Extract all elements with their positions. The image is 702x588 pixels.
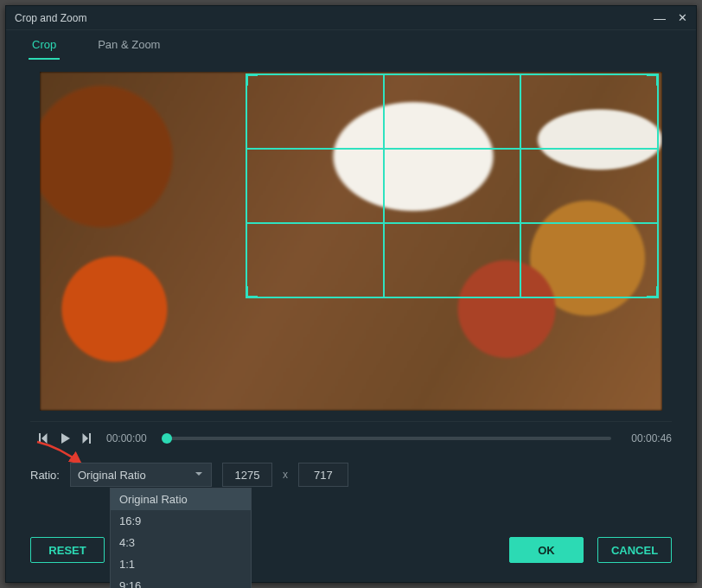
- ratio-label: Ratio:: [30, 469, 60, 482]
- ratio-option[interactable]: 16:9: [111, 510, 251, 532]
- time-total: 00:00:46: [623, 432, 672, 444]
- ratio-selected-value: Original Ratio: [78, 469, 146, 482]
- crop-and-zoom-window: Crop and Zoom — ✕ Crop Pan & Zoom: [5, 5, 697, 583]
- time-current: 00:00:00: [106, 432, 155, 444]
- window-controls: — ✕: [654, 12, 687, 24]
- height-input[interactable]: 717: [298, 463, 348, 487]
- tab-pan-zoom[interactable]: Pan & Zoom: [94, 31, 163, 60]
- seek-slider[interactable]: [167, 437, 611, 440]
- crop-selection[interactable]: [246, 74, 659, 298]
- video-preview[interactable]: [40, 72, 662, 411]
- crop-handle-bl[interactable]: [246, 286, 258, 298]
- ok-button[interactable]: OK: [509, 537, 584, 563]
- crop-handle-tr[interactable]: [647, 74, 659, 86]
- ratio-row: Ratio: Original Ratio 1275 x 717: [30, 463, 672, 487]
- playback-bar: 00:00:00 00:00:46: [30, 421, 672, 454]
- dimension-separator: x: [283, 469, 288, 481]
- minimize-icon[interactable]: —: [654, 12, 666, 24]
- titlebar: Crop and Zoom — ✕: [6, 6, 696, 30]
- ratio-option[interactable]: 9:16: [111, 575, 251, 588]
- chevron-down-icon: [194, 469, 204, 482]
- close-icon[interactable]: ✕: [678, 12, 687, 24]
- cancel-button[interactable]: CANCEL: [597, 537, 672, 563]
- tabs: Crop Pan & Zoom: [6, 30, 696, 60]
- ratio-option[interactable]: Original Ratio: [111, 489, 251, 510]
- ratio-option[interactable]: 1:1: [111, 553, 251, 575]
- window-title: Crop and Zoom: [15, 12, 86, 24]
- step-forward-icon[interactable]: [80, 431, 94, 445]
- step-back-icon[interactable]: [35, 431, 49, 445]
- crop-handle-br[interactable]: [647, 286, 659, 298]
- seek-thumb[interactable]: [162, 433, 172, 444]
- play-icon[interactable]: [58, 431, 72, 445]
- preview-area: [39, 68, 663, 414]
- ratio-dropdown[interactable]: Original Ratio 16:9 4:3 1:1 9:16 Custom: [110, 488, 252, 588]
- width-input[interactable]: 1275: [222, 463, 272, 487]
- tab-crop[interactable]: Crop: [29, 31, 60, 60]
- ratio-select[interactable]: Original Ratio: [70, 463, 212, 487]
- reset-button[interactable]: RESET: [30, 537, 105, 563]
- crop-handle-tl[interactable]: [246, 74, 258, 86]
- ratio-option[interactable]: 4:3: [111, 532, 251, 553]
